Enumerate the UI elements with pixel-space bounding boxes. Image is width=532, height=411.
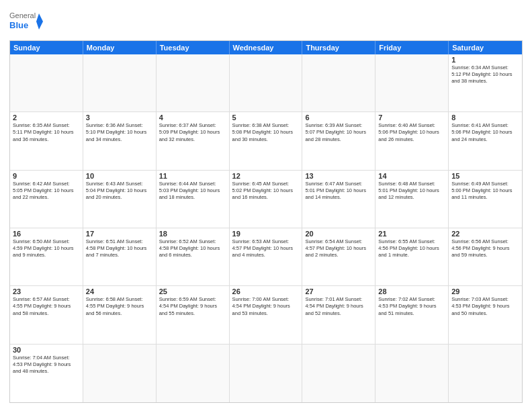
cell-info: Sunrise: 6:58 AM Sunset: 4:55 PM Dayligh…	[86, 296, 153, 316]
calendar-cell: 9Sunrise: 6:42 AM Sunset: 5:05 PM Daylig…	[10, 171, 83, 228]
calendar-cell: 18Sunrise: 6:52 AM Sunset: 4:58 PM Dayli…	[157, 228, 230, 286]
cell-day-number: 7	[378, 113, 445, 122]
cell-info: Sunrise: 6:52 AM Sunset: 4:58 PM Dayligh…	[159, 238, 226, 259]
cell-info: Sunrise: 6:47 AM Sunset: 5:01 PM Dayligh…	[305, 181, 372, 201]
calendar-cell	[230, 345, 303, 402]
cell-day-number: 12	[232, 172, 300, 180]
cell-info: Sunrise: 6:56 AM Sunset: 4:56 PM Dayligh…	[451, 238, 519, 259]
header: General Blue	[9, 8, 523, 35]
calendar-cell: 4Sunrise: 6:37 AM Sunset: 5:09 PM Daylig…	[157, 112, 230, 170]
cell-day-number: 15	[451, 172, 519, 180]
cell-day-number: 1	[451, 56, 519, 64]
calendar-cell	[302, 54, 375, 112]
calendar-cell: 21Sunrise: 6:55 AM Sunset: 4:56 PM Dayli…	[375, 228, 449, 286]
calendar-cell	[83, 345, 157, 402]
calendar-cell: 20Sunrise: 6:54 AM Sunset: 4:57 PM Dayli…	[302, 228, 375, 286]
cell-info: Sunrise: 7:04 AM Sunset: 4:53 PM Dayligh…	[13, 355, 80, 375]
calendar-cell: 14Sunrise: 6:48 AM Sunset: 5:01 PM Dayli…	[375, 171, 449, 228]
calendar-cell: 7Sunrise: 6:40 AM Sunset: 5:06 PM Daylig…	[375, 112, 449, 170]
cell-info: Sunrise: 6:38 AM Sunset: 5:08 PM Dayligh…	[232, 122, 300, 142]
day-header: Tuesday	[157, 41, 230, 54]
calendar-cell: 23Sunrise: 6:57 AM Sunset: 4:55 PM Dayli…	[10, 286, 83, 344]
day-header: Wednesday	[230, 41, 303, 54]
day-header: Thursday	[302, 41, 375, 54]
cell-day-number: 19	[232, 230, 300, 238]
logo: General Blue	[9, 8, 43, 35]
calendar-cell: 22Sunrise: 6:56 AM Sunset: 4:56 PM Dayli…	[449, 228, 522, 286]
cell-day-number: 26	[232, 287, 300, 295]
cell-day-number: 20	[305, 230, 372, 238]
calendar-cell	[302, 345, 375, 402]
cell-day-number: 22	[451, 230, 519, 238]
calendar-cell: 26Sunrise: 7:00 AM Sunset: 4:54 PM Dayli…	[230, 286, 303, 344]
calendar-cell: 3Sunrise: 6:36 AM Sunset: 5:10 PM Daylig…	[83, 112, 157, 170]
cell-info: Sunrise: 6:36 AM Sunset: 5:10 PM Dayligh…	[86, 122, 153, 142]
cell-info: Sunrise: 6:57 AM Sunset: 4:55 PM Dayligh…	[13, 296, 80, 316]
cell-day-number: 6	[305, 113, 372, 122]
cell-info: Sunrise: 7:03 AM Sunset: 4:53 PM Dayligh…	[451, 296, 519, 316]
cell-day-number: 5	[232, 113, 300, 122]
calendar-cell	[10, 54, 83, 112]
cell-day-number: 10	[86, 172, 153, 180]
cell-day-number: 27	[305, 287, 372, 295]
cell-info: Sunrise: 6:51 AM Sunset: 4:58 PM Dayligh…	[86, 238, 153, 259]
cell-info: Sunrise: 6:34 AM Sunset: 5:12 PM Dayligh…	[451, 64, 519, 85]
cell-day-number: 25	[159, 287, 226, 295]
calendar-cell: 8Sunrise: 6:41 AM Sunset: 5:06 PM Daylig…	[449, 112, 522, 170]
calendar-cell	[375, 54, 449, 112]
svg-text:Blue: Blue	[9, 20, 28, 30]
day-header: Friday	[375, 41, 449, 54]
calendar-cell: 2Sunrise: 6:35 AM Sunset: 5:11 PM Daylig…	[10, 112, 83, 170]
calendar-cell: 24Sunrise: 6:58 AM Sunset: 4:55 PM Dayli…	[83, 286, 157, 344]
calendar-cell: 5Sunrise: 6:38 AM Sunset: 5:08 PM Daylig…	[230, 112, 303, 170]
calendar-cell: 19Sunrise: 6:53 AM Sunset: 4:57 PM Dayli…	[230, 228, 303, 286]
cell-info: Sunrise: 6:39 AM Sunset: 5:07 PM Dayligh…	[305, 122, 372, 142]
calendar-cell	[83, 54, 157, 112]
cell-day-number: 16	[13, 230, 80, 238]
cell-info: Sunrise: 6:42 AM Sunset: 5:05 PM Dayligh…	[13, 181, 80, 201]
cell-day-number: 28	[378, 287, 445, 295]
cell-day-number: 21	[378, 230, 445, 238]
cell-day-number: 3	[86, 113, 153, 122]
cell-info: Sunrise: 6:54 AM Sunset: 4:57 PM Dayligh…	[305, 238, 372, 259]
calendar-cell: 1Sunrise: 6:34 AM Sunset: 5:12 PM Daylig…	[449, 54, 522, 112]
calendar-cell	[375, 345, 449, 402]
calendar-cell	[230, 54, 303, 112]
cell-info: Sunrise: 6:45 AM Sunset: 5:02 PM Dayligh…	[232, 181, 300, 201]
generalblue-logo: General Blue	[9, 8, 43, 35]
cell-info: Sunrise: 6:40 AM Sunset: 5:06 PM Dayligh…	[378, 122, 445, 142]
cell-day-number: 17	[86, 230, 153, 238]
calendar-cell: 13Sunrise: 6:47 AM Sunset: 5:01 PM Dayli…	[302, 171, 375, 228]
cell-info: Sunrise: 6:50 AM Sunset: 4:59 PM Dayligh…	[13, 238, 80, 259]
cell-day-number: 30	[13, 346, 80, 354]
calendar-cell: 10Sunrise: 6:43 AM Sunset: 5:04 PM Dayli…	[83, 171, 157, 228]
calendar-cell	[157, 54, 230, 112]
calendar-cell: 11Sunrise: 6:44 AM Sunset: 5:03 PM Dayli…	[157, 171, 230, 228]
cell-info: Sunrise: 7:02 AM Sunset: 4:53 PM Dayligh…	[378, 296, 445, 316]
calendar-cell: 27Sunrise: 7:01 AM Sunset: 4:54 PM Dayli…	[302, 286, 375, 344]
calendar-grid: 1Sunrise: 6:34 AM Sunset: 5:12 PM Daylig…	[10, 54, 522, 402]
cell-day-number: 2	[13, 113, 80, 122]
cell-info: Sunrise: 6:53 AM Sunset: 4:57 PM Dayligh…	[232, 238, 300, 259]
calendar-cell: 16Sunrise: 6:50 AM Sunset: 4:59 PM Dayli…	[10, 228, 83, 286]
calendar-cell: 30Sunrise: 7:04 AM Sunset: 4:53 PM Dayli…	[10, 345, 83, 402]
calendar-cell: 17Sunrise: 6:51 AM Sunset: 4:58 PM Dayli…	[83, 228, 157, 286]
calendar-cell	[449, 345, 522, 402]
cell-day-number: 9	[13, 172, 80, 180]
calendar-cell	[157, 345, 230, 402]
calendar-cell: 25Sunrise: 6:59 AM Sunset: 4:54 PM Dayli…	[157, 286, 230, 344]
cell-info: Sunrise: 6:41 AM Sunset: 5:06 PM Dayligh…	[451, 122, 519, 142]
calendar: SundayMondayTuesdayWednesdayThursdayFrid…	[9, 40, 523, 403]
cell-info: Sunrise: 6:48 AM Sunset: 5:01 PM Dayligh…	[378, 181, 445, 201]
cell-day-number: 18	[159, 230, 226, 238]
cell-info: Sunrise: 6:59 AM Sunset: 4:54 PM Dayligh…	[159, 296, 226, 316]
cell-day-number: 14	[378, 172, 445, 180]
cell-info: Sunrise: 6:43 AM Sunset: 5:04 PM Dayligh…	[86, 181, 153, 201]
svg-text:General: General	[9, 11, 36, 19]
cell-day-number: 23	[13, 287, 80, 295]
calendar-page: General Blue SundayMondayTuesdayWednesda…	[0, 0, 532, 411]
cell-day-number: 24	[86, 287, 153, 295]
cell-info: Sunrise: 6:44 AM Sunset: 5:03 PM Dayligh…	[159, 181, 226, 201]
cell-day-number: 29	[451, 287, 519, 295]
cell-day-number: 8	[451, 113, 519, 122]
